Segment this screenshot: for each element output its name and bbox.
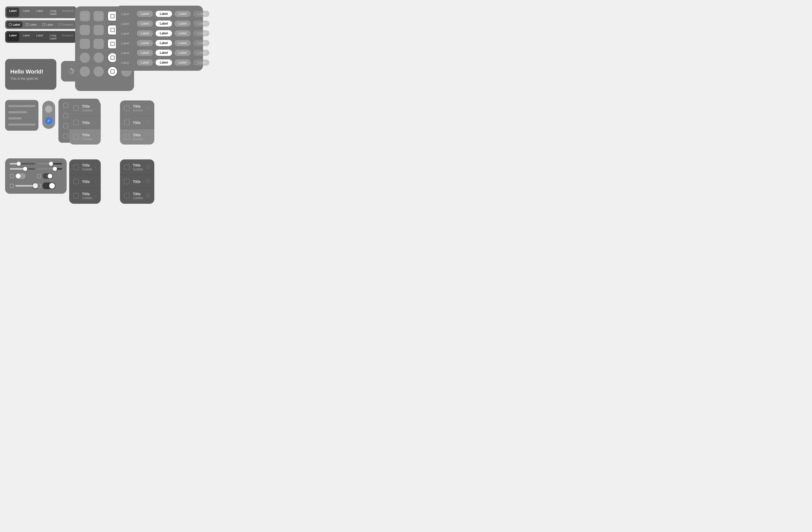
list-item-title: Title	[82, 133, 92, 137]
info-icon[interactable]: ⓘ	[146, 106, 150, 111]
toggle-switch[interactable]	[15, 173, 26, 179]
seg-item[interactable]: Label	[6, 8, 19, 17]
icon-button-round-selected[interactable]	[107, 66, 118, 77]
info-icon[interactable]: ⓘ	[146, 120, 150, 125]
info-icon[interactable]: ⓘ	[146, 179, 150, 184]
label-pill[interactable]: Label	[175, 30, 191, 36]
svg-rect-37	[97, 56, 100, 59]
seg-item[interactable]: Label	[20, 32, 32, 42]
label-plain: Label	[121, 51, 134, 55]
seg-item-icon[interactable]: Label	[40, 21, 56, 28]
icon-button[interactable]	[80, 39, 90, 49]
list-item[interactable]: Title Subtitle ›	[69, 188, 101, 204]
label-pill[interactable]: Label	[175, 40, 191, 46]
icon-button[interactable]	[93, 11, 104, 21]
svg-rect-38	[111, 56, 114, 59]
chevron-right-icon: ›	[95, 106, 97, 110]
list-item[interactable]: Title Subtitle ›	[69, 159, 101, 175]
list-item-title: Title	[133, 163, 143, 167]
list-line	[8, 105, 35, 107]
checkbox-icon[interactable]	[10, 184, 14, 188]
list-item[interactable]: Title ⓘ	[120, 116, 154, 129]
list-item-icon	[73, 164, 79, 170]
label-pill-disabled: Label	[193, 40, 209, 46]
label-pill-disabled: Label	[193, 30, 209, 36]
label-pill[interactable]: Label	[175, 59, 191, 65]
icon-button[interactable]	[80, 11, 90, 21]
icon-button-round[interactable]	[80, 66, 90, 77]
toggle-switch[interactable]	[43, 173, 53, 179]
list-item[interactable]: Title ›	[69, 116, 101, 129]
icon-button-round[interactable]	[93, 66, 104, 77]
list-item-highlighted[interactable]: Title Subtitle ›	[69, 129, 101, 145]
info-icon[interactable]: ⓘ	[146, 134, 150, 140]
label-pill[interactable]: Label	[175, 20, 191, 27]
icon-button-round[interactable]	[93, 53, 104, 63]
checkbox-icon[interactable]	[37, 174, 41, 178]
seg-item-icon[interactable]: Label	[23, 21, 39, 28]
icon-button-round[interactable]	[80, 53, 90, 63]
label-pill-active[interactable]: Label	[156, 59, 172, 65]
seg-item[interactable]: Long Label	[47, 32, 59, 42]
seg-item-disabled: Disabled	[60, 8, 75, 17]
seg-item[interactable]: Long Label	[47, 8, 59, 17]
slider-track[interactable]	[37, 163, 62, 164]
info-icon[interactable]: ⓘ	[146, 193, 150, 198]
toggle-off[interactable]	[45, 106, 52, 113]
list-item[interactable]: Title Subtitle ⓘ	[120, 188, 154, 204]
page-container: Label Label Label Long Label Disabled La…	[0, 0, 406, 10]
checkbox-icon[interactable]	[10, 174, 14, 178]
icon-button[interactable]	[93, 25, 104, 35]
list-item-highlighted[interactable]: Title Subtitle ⓘ	[120, 129, 154, 145]
list-item[interactable]: Title ›	[69, 175, 101, 188]
seg-item[interactable]: Label	[6, 32, 19, 42]
list-item[interactable]: Title ⓘ	[120, 175, 154, 188]
label-pill[interactable]: Label	[137, 30, 153, 36]
label-pill[interactable]: Label	[137, 40, 153, 46]
svg-rect-36	[83, 56, 87, 59]
label-pill-active[interactable]: Label	[156, 20, 172, 27]
label-pill[interactable]: Label	[175, 50, 191, 56]
list-item[interactable]: Title Subtitle ⓘ	[120, 101, 154, 116]
svg-rect-33	[97, 42, 100, 46]
list-item-title: Title	[82, 179, 92, 184]
seg-item[interactable]: Label	[33, 32, 46, 42]
list-item[interactable]: Title Subtitle ⓘ	[120, 159, 154, 175]
label-pill-active[interactable]: Label	[156, 40, 172, 46]
list-widget	[5, 100, 39, 131]
icon-button[interactable]	[80, 25, 90, 35]
sliders-section	[5, 158, 67, 194]
toggle-on[interactable]	[45, 117, 52, 124]
label-pill[interactable]: Label	[137, 50, 153, 56]
label-pill[interactable]: Label	[137, 59, 153, 65]
chevron-right-icon: ›	[95, 135, 97, 139]
label-pill-active[interactable]: Label	[156, 11, 172, 17]
icon-button[interactable]	[93, 39, 104, 49]
label-pill[interactable]: Label	[137, 20, 153, 27]
list-item-content: Title	[82, 120, 92, 125]
list-item-content: Title Subtitle	[82, 104, 92, 112]
seg-item-icon[interactable]: Label	[6, 21, 23, 28]
slider-track[interactable]	[10, 163, 35, 164]
list-item-content: Title Subtitle	[133, 163, 143, 171]
label-plain: Label	[121, 61, 134, 64]
slider-track[interactable]	[37, 168, 62, 169]
label-pill[interactable]: Label	[175, 11, 191, 17]
label-pill-active[interactable]: Label	[156, 30, 172, 36]
label-pill-active[interactable]: Label	[156, 50, 172, 56]
hello-subtitle: This is the apfel kit.	[10, 77, 51, 80]
toggle-switch[interactable]	[43, 182, 55, 189]
checkbox-icon	[43, 23, 45, 26]
list-item-title: Title	[133, 192, 143, 196]
info-icon[interactable]: ⓘ	[146, 164, 150, 170]
radio-checkbox-icon	[63, 123, 68, 128]
list-item[interactable]: Title Subtitle ›	[69, 101, 101, 116]
slider-track[interactable]	[10, 168, 35, 169]
slider-track[interactable]	[15, 185, 35, 187]
seg-item[interactable]: Label	[33, 8, 46, 17]
svg-rect-41	[97, 70, 100, 73]
list-item-subtitle: Subtitle	[82, 167, 92, 171]
label-pill[interactable]: Label	[137, 11, 153, 17]
seg-item[interactable]: Label	[20, 8, 32, 17]
svg-rect-28	[83, 28, 87, 32]
